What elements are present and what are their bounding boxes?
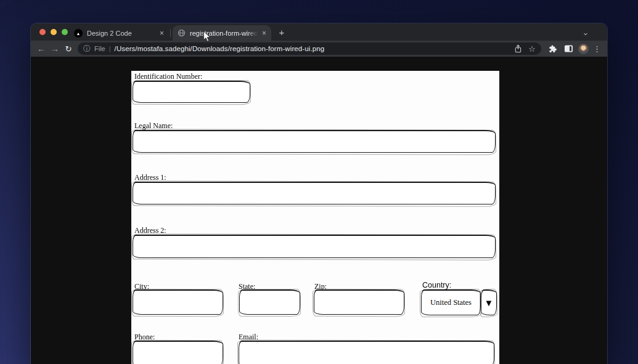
minimize-window-button[interactable]	[51, 29, 57, 35]
back-button[interactable]: ←	[35, 42, 48, 55]
identification-input[interactable]	[133, 82, 250, 102]
page-info-icon[interactable]: ⓘ	[83, 44, 91, 54]
state-field	[239, 289, 300, 315]
registration-form-image: Identification Number: Legal Name: Addre…	[131, 71, 499, 364]
side-panel-icon[interactable]	[563, 43, 574, 54]
close-tab-icon[interactable]: ×	[160, 30, 164, 37]
deploy-triangle-icon: ▲	[74, 29, 83, 38]
toolbar-right-icons: ⋮	[547, 43, 601, 54]
address1-label: Address 1:	[134, 173, 166, 182]
tab-design-2-code[interactable]: ▲ Design 2 Code ×	[69, 26, 169, 41]
chevron-down-icon[interactable]: ⌄	[579, 26, 592, 38]
extensions-puzzle-icon[interactable]	[547, 43, 558, 54]
browser-toolbar: ← → ↻ ⓘ File | /Users/mostafa.sadeghi/Do…	[31, 41, 607, 57]
state-input[interactable]	[240, 291, 300, 314]
browser-window: ▲ Design 2 Code × registration-form-wire…	[31, 23, 607, 364]
tab-strip: ▲ Design 2 Code × registration-form-wire…	[31, 23, 607, 41]
close-tab-icon[interactable]: ×	[262, 30, 266, 37]
close-window-button[interactable]	[39, 29, 46, 35]
tab-title: Design 2 Code	[87, 30, 155, 37]
tab-separator	[170, 29, 171, 37]
country-dropdown-button[interactable]: ▼	[481, 289, 497, 315]
scheme-divider: |	[109, 45, 111, 52]
address2-label: Address 2:	[134, 226, 166, 235]
legal-name-input[interactable]	[133, 131, 495, 152]
tab-title: registration-form-wired-ui.png	[190, 30, 258, 37]
address1-field	[133, 182, 496, 204]
reload-button[interactable]: ↻	[62, 42, 75, 55]
scheme-chip: File	[94, 45, 105, 52]
maximize-window-button[interactable]	[62, 29, 68, 35]
email-input[interactable]	[239, 342, 494, 364]
globe-icon	[178, 29, 186, 37]
phone-field	[133, 341, 223, 364]
country-label: Country:	[422, 281, 451, 289]
address2-field	[133, 235, 496, 258]
address1-input[interactable]	[133, 183, 495, 204]
identification-label: Identification Number:	[134, 72, 202, 81]
page-viewport: Identification Number: Legal Name: Addre…	[31, 57, 607, 364]
new-tab-button[interactable]: +	[276, 26, 287, 38]
email-field	[239, 341, 494, 364]
zip-field	[314, 289, 404, 315]
url-text[interactable]: /Users/mostafa.sadeghi/Downloads/registr…	[115, 45, 325, 52]
city-field	[133, 289, 223, 315]
bookmark-star-icon[interactable]: ☆	[528, 44, 536, 54]
profile-avatar[interactable]	[578, 44, 589, 54]
address2-input[interactable]	[133, 236, 495, 257]
dropdown-arrow-icon: ▼	[485, 297, 494, 308]
browser-menu-icon[interactable]: ⋮	[593, 44, 601, 54]
country-select[interactable]: United States	[421, 289, 481, 315]
city-input[interactable]	[133, 291, 223, 314]
legal-name-label: Legal Name:	[134, 121, 173, 131]
phone-input[interactable]	[133, 342, 223, 364]
zip-input[interactable]	[314, 291, 404, 314]
forward-button[interactable]: →	[48, 42, 62, 55]
identification-field	[133, 81, 250, 103]
traffic-lights	[39, 29, 68, 35]
tab-registration-form-png[interactable]: registration-form-wired-ui.png ×	[173, 25, 271, 41]
legal-name-field	[133, 130, 496, 153]
address-bar[interactable]: ⓘ File | /Users/mostafa.sadeghi/Download…	[78, 42, 541, 55]
share-icon[interactable]	[514, 44, 522, 53]
country-selected-value: United States	[430, 298, 472, 307]
